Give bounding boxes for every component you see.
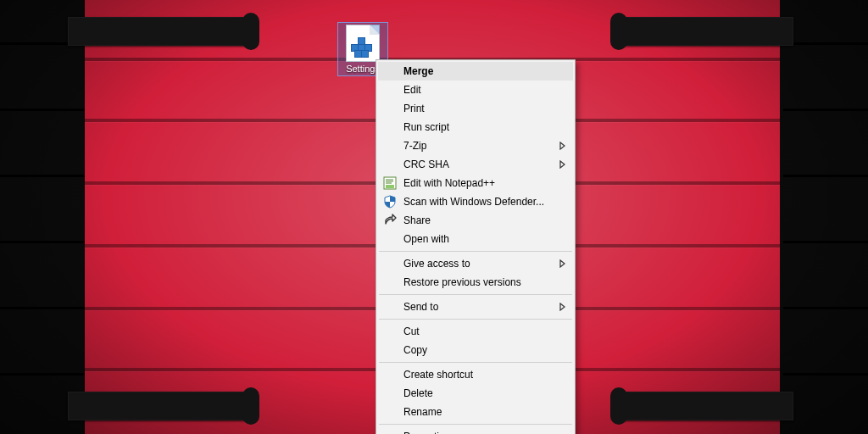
wallpaper-hinge (615, 17, 793, 46)
menu-item-label: Cut (403, 326, 420, 337)
wallpaper-hinge (68, 392, 246, 420)
menu-item-scan-with-windows-defender[interactable]: Scan with Windows Defender... (378, 192, 573, 211)
menu-separator (379, 294, 572, 295)
menu-item-run-script[interactable]: Run script (378, 118, 573, 136)
menu-separator (379, 251, 572, 252)
reg-file-icon (346, 25, 380, 62)
wallpaper-groove (783, 241, 868, 243)
chevron-right-icon (559, 142, 566, 150)
menu-item-properties[interactable]: Properties (378, 427, 573, 434)
chevron-right-icon (559, 303, 566, 311)
menu-item-label: Open with (403, 233, 449, 245)
menu-item-label: Send to (403, 301, 438, 313)
menu-item-label: Edit (403, 84, 421, 96)
desktop[interactable]: Settings MergeEditPrintRun script7-ZipCR… (0, 0, 868, 434)
wallpaper-groove (0, 307, 85, 309)
menu-item-label: Delete (403, 387, 433, 399)
menu-item-label: 7-Zip (403, 140, 426, 152)
menu-separator (379, 362, 572, 363)
wallpaper-groove (0, 373, 85, 376)
context-menu: MergeEditPrintRun script7-ZipCRC SHAEdit… (376, 59, 576, 434)
menu-item-crc-sha[interactable]: CRC SHA (378, 155, 573, 174)
menu-item-edit[interactable]: Edit (378, 81, 573, 99)
menu-item-copy[interactable]: Copy (378, 341, 573, 359)
menu-separator (379, 424, 572, 425)
wallpaper-groove (0, 175, 85, 177)
menu-item-label: Print (403, 103, 425, 114)
wallpaper-groove (783, 108, 868, 111)
menu-item-label: Scan with Windows Defender... (403, 196, 544, 208)
menu-item-send-to[interactable]: Send to (378, 298, 573, 316)
menu-item-give-access-to[interactable]: Give access to (378, 254, 573, 273)
svg-rect-1 (386, 185, 394, 188)
menu-item-share[interactable]: Share (378, 211, 573, 230)
wallpaper-groove (0, 108, 85, 111)
menu-item-label: Give access to (403, 258, 470, 270)
chevron-right-icon (559, 259, 566, 268)
wallpaper-groove (783, 307, 868, 309)
wallpaper-groove (783, 175, 868, 177)
wallpaper-groove (0, 241, 85, 243)
menu-item-label: Run script (403, 121, 449, 133)
menu-item-label: Properties (403, 431, 450, 434)
menu-item-open-with[interactable]: Open with (378, 230, 573, 248)
menu-item-cut[interactable]: Cut (378, 322, 573, 341)
notepadpp-icon (383, 176, 397, 190)
menu-item-7-zip[interactable]: 7-Zip (378, 136, 573, 155)
menu-item-label: Restore previous versions (403, 276, 521, 288)
menu-item-edit-with-notepad[interactable]: Edit with Notepad++ (378, 174, 573, 192)
menu-separator (379, 319, 572, 320)
menu-item-create-shortcut[interactable]: Create shortcut (378, 365, 573, 384)
menu-item-merge[interactable]: Merge (378, 62, 573, 81)
wallpaper-hinge (68, 17, 246, 46)
menu-item-label: Edit with Notepad++ (403, 177, 495, 189)
menu-item-rename[interactable]: Rename (378, 403, 573, 421)
menu-item-print[interactable]: Print (378, 99, 573, 118)
wallpaper-groove (783, 373, 868, 376)
menu-item-delete[interactable]: Delete (378, 384, 573, 403)
share-icon (383, 214, 397, 227)
menu-item-label: Copy (403, 344, 427, 356)
menu-item-label: Create shortcut (403, 369, 473, 381)
menu-item-restore-previous-versions[interactable]: Restore previous versions (378, 273, 573, 292)
menu-item-label: CRC SHA (403, 159, 449, 170)
menu-item-label: Merge (403, 65, 433, 77)
menu-item-label: Share (403, 214, 431, 226)
menu-item-label: Rename (403, 406, 442, 418)
wallpaper-hinge (615, 392, 793, 420)
chevron-right-icon (559, 160, 566, 169)
wallpaper-groove (783, 42, 868, 45)
defender-icon (383, 195, 397, 209)
